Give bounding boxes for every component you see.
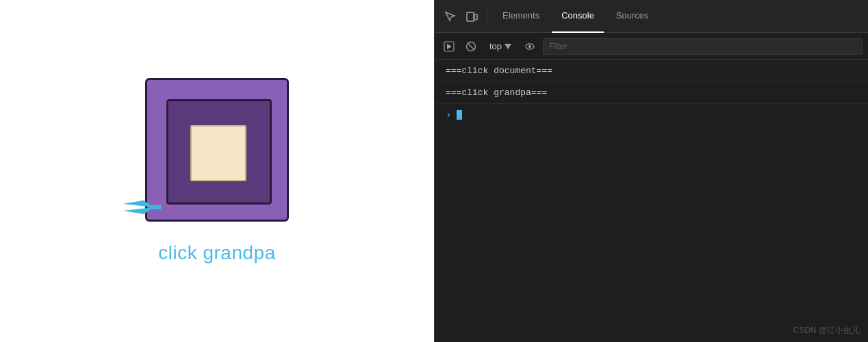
prompt-cursor (457, 110, 462, 120)
eye-icon[interactable] (521, 38, 539, 55)
console-prompt[interactable]: › (435, 104, 868, 126)
parent-box[interactable] (166, 99, 272, 205)
svg-marker-9 (505, 44, 511, 49)
device-toggle-icon[interactable] (462, 7, 481, 26)
diagram-container[interactable] (145, 78, 289, 222)
filter-input[interactable] (543, 38, 863, 55)
tab-elements[interactable]: Elements (493, 0, 549, 33)
chevron-down-icon (505, 44, 511, 49)
inspect-icon[interactable] (440, 7, 459, 26)
child-box[interactable] (190, 125, 246, 181)
console-line: ===click grandpa=== (435, 82, 868, 104)
prompt-arrow-icon: › (446, 109, 451, 120)
console-toolbar: top (435, 33, 868, 60)
svg-marker-6 (447, 44, 452, 49)
toolbar-divider (487, 8, 487, 25)
devtools-top-toolbar: Elements Console Sources (435, 0, 868, 33)
cursor-arrow-icon (123, 197, 164, 220)
left-panel: click grandpa (0, 0, 434, 342)
tab-console[interactable]: Console (552, 0, 604, 33)
svg-line-8 (468, 43, 474, 50)
click-grandpa-label: click grandpa (158, 242, 275, 264)
console-line: ===click document=== (435, 60, 868, 82)
run-script-icon[interactable] (440, 38, 458, 55)
svg-rect-4 (474, 14, 477, 20)
svg-rect-2 (149, 205, 162, 209)
console-output: ===click document=== ===click grandpa===… (435, 60, 868, 342)
devtools-panel: Elements Console Sources top (434, 0, 868, 342)
svg-rect-3 (467, 12, 474, 21)
clear-console-icon[interactable] (462, 38, 480, 55)
watermark: CSDN @江小虫儿 (793, 325, 860, 337)
tab-sources[interactable]: Sources (607, 0, 659, 33)
top-dropdown[interactable]: top (484, 39, 517, 53)
svg-point-11 (528, 45, 531, 48)
grandpa-box[interactable] (145, 78, 289, 222)
